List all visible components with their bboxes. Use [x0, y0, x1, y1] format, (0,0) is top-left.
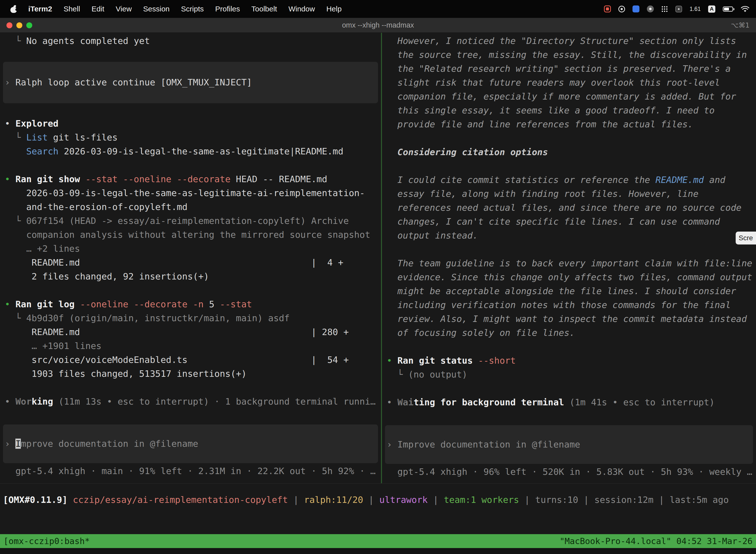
window-title: omx --xhigh --madmax — [342, 21, 414, 29]
terminal-line — [5, 48, 381, 62]
terminal-line: • Working (11m 13s • esc to interrupt) ·… — [5, 395, 381, 408]
menu-item-toolbelt[interactable]: Toolbelt — [252, 5, 277, 13]
terminal-line: • Waiting for background terminal (1m 41… — [387, 395, 756, 409]
right-pane-output: However, I noticed the "Directory Struct… — [387, 34, 756, 409]
text-cursor: I — [15, 439, 21, 449]
terminal-line: provide file and line references from th… — [387, 117, 756, 131]
blue-app-icon[interactable] — [632, 5, 639, 12]
window-title-bar: omx --xhigh --madmax ⌥⌘1 — [0, 18, 756, 33]
menu-item-help[interactable]: Help — [326, 5, 342, 13]
menu-item-window[interactable]: Window — [289, 5, 315, 13]
terminal-line: 2026-03-09-is-legal-the-same-as-legitima… — [5, 186, 381, 200]
terminal-line: this single essay, it seems like a good … — [387, 104, 756, 117]
terminal-line: README.md | 4 + — [5, 256, 381, 270]
model-status-line: gpt-5.4 xhigh · main · 91% left · 2.31M … — [5, 464, 381, 478]
prompt-text: mprove documentation in @filename — [21, 439, 198, 449]
terminal-line: └ 4b9d30f (origin/main, instructkr/main,… — [5, 311, 381, 325]
terminal-line: However, I noticed the "Directory Struct… — [387, 34, 756, 48]
macos-menu-bar: iTerm2ShellEditViewSessionScriptsProfile… — [0, 0, 756, 18]
terminal-line — [5, 283, 381, 297]
terminal-line: • Ran git status --short — [387, 354, 756, 368]
terminal-line: 1903 files changed, 513517 insertions(+) — [5, 367, 381, 381]
terminal-line: changes, I can't cite specific file line… — [387, 215, 756, 229]
terminal-line — [387, 382, 756, 395]
close-button[interactable] — [6, 22, 12, 28]
apple-menu-icon[interactable] — [10, 5, 17, 13]
terminal-line: README.md | 280 + — [5, 325, 381, 339]
left-pane-output: └ No agents completed yet› Ralph loop ac… — [5, 34, 381, 408]
prompt-text: Improve documentation in @filename — [397, 439, 580, 449]
terminal-line: • Ran git log --oneline --decorate -n 5 … — [5, 297, 381, 311]
omx-status-bar: [OMX#0.11.9] cczip/essay/ai-reimplementa… — [0, 484, 756, 534]
terminal-line: The team guideline is to back every impo… — [387, 257, 756, 270]
terminal-line: of focusing solely on file lines. — [387, 326, 756, 340]
menu-item-edit[interactable]: Edit — [91, 5, 105, 13]
terminal-line: └ No agents completed yet — [5, 34, 381, 48]
terminal-line: Search 2026-03-09-is-legal-the-same-as-l… — [5, 145, 381, 158]
terminal-line: output instead. — [387, 229, 756, 242]
tab-shortcut-label: ⌥⌘1 — [731, 21, 750, 29]
terminal-line: └ List git ls-files — [5, 130, 381, 145]
prompt-input-right[interactable]: › Improve documentation in @filename — [385, 425, 753, 464]
menu-item-scripts[interactable]: Scripts — [181, 5, 204, 13]
terminal-line: review. Also, I might want to inspect th… — [387, 312, 756, 326]
prompt-chevron: › — [387, 439, 397, 449]
prompt-chevron: › — [5, 439, 15, 449]
tmux-panes: └ No agents completed yet› Ralph loop ac… — [0, 33, 756, 484]
terminal-line — [387, 131, 756, 145]
omx-status-line: [OMX#0.11.9] cczip/essay/ai-reimplementa… — [3, 493, 756, 507]
terminal-line: … +2 lines — [5, 242, 381, 256]
terminal-line: … +1901 lines — [5, 339, 381, 353]
terminal-line — [387, 340, 756, 354]
terminal-line — [5, 381, 381, 395]
ralph-loop-banner: › Ralph loop active continue [OMX_TMUX_I… — [3, 62, 378, 103]
tmux-session-info: [omx-cczip0:bash* — [3, 534, 90, 548]
zoom-button[interactable] — [26, 22, 32, 28]
terminal-line: 2 files changed, 92 insertions(+) — [5, 270, 381, 283]
terminal-line: essay file, along with finding root file… — [387, 187, 756, 201]
battery-icon[interactable] — [723, 6, 733, 12]
menu-item-session[interactable]: Session — [143, 5, 170, 13]
terminal-line: › Ralph loop active continue [OMX_TMUX_I… — [5, 75, 375, 89]
terminal-line — [387, 242, 756, 257]
terminal-line: • Explored — [5, 117, 381, 130]
tmux-status-bar: [omx-cczip0:bash* "MacBook-Pro-44.local"… — [0, 534, 756, 548]
terminal-line: might be acceptable alongside the file l… — [387, 284, 756, 298]
prompt-input-left[interactable]: › Improve documentation in @filename — [3, 425, 378, 463]
browser-icon[interactable] — [618, 6, 625, 12]
terminal-line: companion file, especially if more comme… — [387, 90, 756, 104]
terminal-line: the source tree, missing the essay. Stil… — [387, 48, 756, 62]
terminal-line: companion analysis without altering the … — [5, 228, 381, 242]
terminal-line: Considering citation options — [387, 145, 756, 159]
terminal-line — [5, 158, 381, 172]
dark-app-icon[interactable] — [647, 5, 654, 12]
terminal-line: the "Related research writing" section i… — [387, 62, 756, 76]
tmux-host-time: "MacBook-Pro-44.local" 04:52 31-Mar-26 — [560, 534, 753, 548]
menu-item-shell[interactable]: Shell — [63, 5, 80, 13]
right-pane: However, I noticed the "Directory Struct… — [382, 33, 756, 483]
password-icon[interactable] — [675, 6, 682, 12]
left-pane: └ No agents completed yet› Ralph loop ac… — [0, 33, 382, 483]
terminal-line: slight risk that future readers may over… — [387, 76, 756, 90]
apps-grid-icon[interactable] — [661, 6, 668, 12]
menu-item-profiles[interactable]: Profiles — [215, 5, 240, 13]
model-status-line: gpt-5.4 xhigh · 96% left · 520K in · 5.8… — [387, 465, 756, 479]
screen-recording-stop-icon[interactable] — [604, 5, 611, 12]
input-source-icon[interactable]: A — [708, 5, 715, 13]
terminal-line: references need actual files, and since … — [387, 201, 756, 215]
terminal-line: └ 067f154 (HEAD -> essay/ai-reimplementa… — [5, 214, 381, 228]
window-bottom-edge — [0, 548, 756, 554]
meter-readout[interactable]: 1.61 — [690, 6, 701, 12]
terminal-line: including verification notes with those … — [387, 298, 756, 312]
menu-item-iterm2[interactable]: iTerm2 — [28, 5, 52, 13]
screen-share-tab-button[interactable]: Scre — [736, 232, 756, 244]
terminal-line: src/voice/voiceModeEnabled.ts | 54 + — [5, 353, 381, 367]
terminal-line: └ (no output) — [387, 368, 756, 382]
terminal-line: evidence. Since this change only affects… — [387, 270, 756, 284]
terminal-line: • Ran git show --stat --oneline --decora… — [5, 172, 381, 186]
wifi-icon[interactable] — [741, 6, 750, 12]
minimize-button[interactable] — [16, 22, 22, 28]
menu-item-view[interactable]: View — [116, 5, 132, 13]
terminal-line: and-the-erosion-of-copyleft.md — [5, 200, 381, 214]
terminal-line: I could cite commit statistics or refere… — [387, 173, 756, 187]
